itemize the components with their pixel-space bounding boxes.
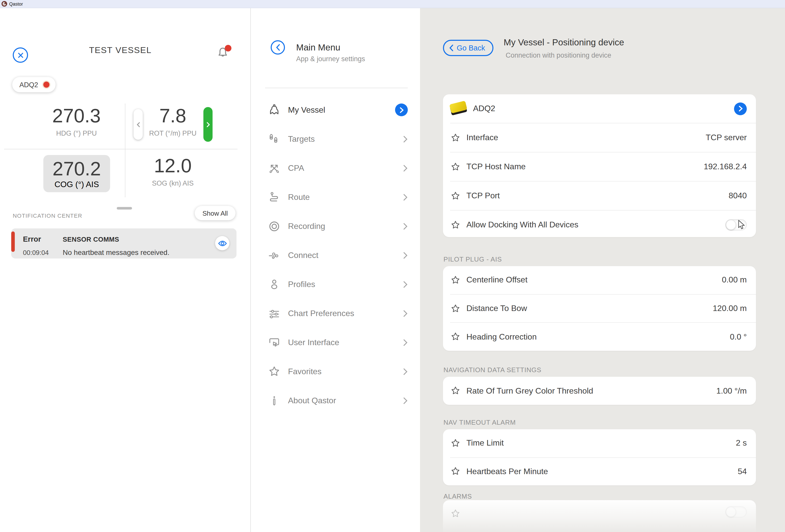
- metric-hdg[interactable]: 270.3 HDG (°) PPU: [28, 106, 125, 137]
- menu-item-route[interactable]: Route: [265, 182, 408, 211]
- setting-label: Interface: [466, 133, 498, 142]
- menu-item-label: Chart Preferences: [288, 309, 354, 318]
- menu-item-targets[interactable]: Targets: [265, 124, 408, 153]
- favorite-star-icon[interactable]: [450, 220, 461, 230]
- favorite-star-icon[interactable]: [450, 385, 461, 396]
- show-all-button[interactable]: Show All: [195, 206, 235, 220]
- grid-divider-vertical: [125, 103, 125, 197]
- favorite-star-icon[interactable]: [450, 132, 461, 143]
- metric-cog[interactable]: 270.2 COG (°) AIS: [43, 155, 110, 192]
- record-icon: [268, 220, 281, 233]
- notification-badge: [225, 45, 231, 51]
- eye-icon: [218, 240, 227, 247]
- setting-row-heartbeats-per-minute[interactable]: Heartbeats Per Minute 54: [443, 458, 756, 485]
- favorite-star-icon[interactable]: [450, 191, 461, 201]
- setting-row-rot-grey-threshold[interactable]: Rate Of Turn Grey Color Threshold 1.00 °…: [443, 377, 756, 405]
- chevron-right-icon: [399, 107, 403, 113]
- setting-row-tcp-port[interactable]: TCP Port 8040: [443, 181, 756, 210]
- window-titlebar[interactable]: Qastor: [0, 0, 785, 8]
- setting-row-interface[interactable]: Interface TCP server: [443, 123, 756, 152]
- menu-title: Main Menu: [296, 42, 340, 53]
- vessel-name-title: TEST VESSEL: [31, 45, 210, 56]
- rot-increase-button[interactable]: [203, 107, 212, 142]
- chevron-right-icon: [206, 122, 210, 127]
- connection-settings-card: ADQ2 Interface TCP server TCP Host Name …: [443, 94, 756, 237]
- close-button[interactable]: [13, 47, 28, 63]
- main-menu-panel: Main Menu App & journey settings My Vess…: [251, 8, 420, 532]
- favorite-star-icon[interactable]: [450, 438, 461, 449]
- menu-item-connect[interactable]: Connect: [265, 240, 408, 270]
- favorite-star-icon[interactable]: [450, 275, 461, 285]
- cog-label: COG (°) AIS: [54, 180, 99, 189]
- setting-label: TCP Port: [466, 191, 500, 200]
- menu-item-label: CPA: [288, 163, 304, 173]
- notifications-bell-button[interactable]: [216, 46, 231, 62]
- menu-item-cpa[interactable]: CPA: [265, 153, 408, 182]
- favorite-star-icon[interactable]: [450, 331, 461, 342]
- menu-item-recording[interactable]: Recording: [265, 211, 408, 240]
- panel-drag-handle[interactable]: [117, 207, 132, 209]
- menu-item-chart-preferences[interactable]: Chart Preferences: [265, 299, 408, 328]
- targets-icon: [268, 132, 281, 146]
- device-detail-button[interactable]: [734, 102, 747, 115]
- setting-label: Distance To Bow: [466, 304, 527, 313]
- menu-item-my-vessel[interactable]: My Vessel: [265, 95, 408, 124]
- setting-row-allow-docking[interactable]: Allow Docking With All Devices: [443, 210, 756, 239]
- menu-item-label: Recording: [288, 222, 325, 231]
- menu-item-favorites[interactable]: Favorites: [265, 357, 408, 386]
- pilot-plug-settings-card: Centerline Offset 0.00 m Distance To Bow…: [443, 266, 756, 351]
- network-icon: [268, 249, 281, 262]
- menu-item-profiles[interactable]: Profiles: [265, 270, 408, 299]
- menu-item-label: About Qastor: [288, 396, 336, 405]
- sog-label: SOG (kn) AIS: [130, 179, 216, 187]
- chevron-right-icon: [403, 339, 408, 346]
- navigation-data-card: Rate Of Turn Grey Color Threshold 1.00 °…: [443, 377, 756, 405]
- hdg-value: 270.3: [28, 106, 125, 126]
- section-heading-pilot-plug-ais: PILOT PLUG - AIS: [444, 255, 502, 263]
- section-heading-nav-timeout: NAV TIMEOUT ALARM: [444, 419, 516, 426]
- setting-row-time-limit[interactable]: Time Limit 2 s: [443, 429, 756, 457]
- menu-item-about-qastor[interactable]: About Qastor: [265, 386, 408, 415]
- alarm-toggle-faded[interactable]: [725, 506, 747, 517]
- notification-message: No heartbeat messages received.: [63, 248, 170, 256]
- notification-time: 00:09:04: [23, 249, 49, 256]
- device-status-chip[interactable]: ADQ2: [12, 77, 55, 92]
- device-row[interactable]: ADQ2: [443, 94, 756, 123]
- menu-subtitle: App & journey settings: [296, 55, 365, 63]
- favorite-star-icon[interactable]: [450, 303, 461, 314]
- setting-row-heading-correction[interactable]: Heading Correction 0.0 °: [443, 323, 756, 351]
- notification-source: SENSOR COMMS: [63, 235, 119, 243]
- go-back-button[interactable]: Go Back: [443, 40, 493, 56]
- setting-value: TCP server: [706, 133, 747, 142]
- notification-item[interactable]: Error SENSOR COMMS 00:09:04 No heartbeat…: [11, 228, 236, 258]
- metric-rot[interactable]: 7.8 ROT (°/m) PPU: [144, 106, 201, 137]
- selected-chevron-button[interactable]: [395, 103, 408, 116]
- menu-back-button[interactable]: [271, 40, 285, 54]
- setting-value: 2 s: [736, 439, 747, 448]
- chevron-right-icon: [403, 281, 408, 288]
- menu-item-user-interface[interactable]: User Interface: [265, 328, 408, 357]
- rot-decrease-button[interactable]: [133, 109, 143, 140]
- setting-label: Rate Of Turn Grey Color Threshold: [466, 386, 593, 395]
- setting-row-tcp-host-name[interactable]: TCP Host Name 192.168.2.4: [443, 152, 756, 181]
- rot-value: 7.8: [144, 106, 201, 126]
- menu-list: My Vessel Targets: [265, 95, 408, 415]
- settings-page-subtitle: Connection with positioning device: [506, 51, 611, 59]
- metric-sog[interactable]: 12.0 SOG (kn) AIS: [130, 156, 216, 187]
- favorite-star-icon[interactable]: [450, 466, 461, 477]
- chevron-right-icon: [403, 252, 408, 259]
- setting-row-distance-to-bow[interactable]: Distance To Bow 120.00 m: [443, 295, 756, 322]
- chevron-right-icon: [403, 310, 408, 317]
- setting-value: 0.00 m: [722, 276, 747, 285]
- menu-item-label: Targets: [288, 134, 315, 144]
- window-cursor-icon: [268, 336, 281, 349]
- device-name: ADQ2: [473, 104, 495, 113]
- acknowledge-button[interactable]: [215, 236, 229, 250]
- nav-timeout-card: Time Limit 2 s Heartbeats Per Minute 54: [443, 429, 756, 485]
- favorite-star-icon[interactable]: [450, 161, 461, 172]
- setting-row-centerline-offset[interactable]: Centerline Offset 0.00 m: [443, 266, 756, 294]
- chevron-left-icon: [449, 44, 454, 51]
- sliders-icon: [268, 307, 281, 320]
- menu-item-label: My Vessel: [288, 105, 325, 115]
- section-heading-alarms: ALARMS: [444, 492, 472, 500]
